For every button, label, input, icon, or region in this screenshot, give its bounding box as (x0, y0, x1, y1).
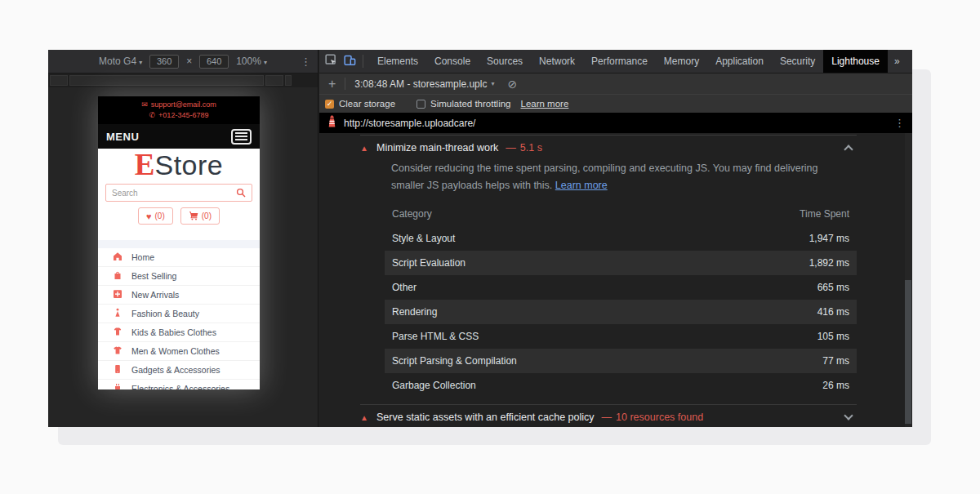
mobile-menu-bar: MENU (98, 124, 260, 149)
divider (360, 404, 857, 405)
more-tabs-icon[interactable]: » (888, 50, 906, 73)
support-phone[interactable]: ✆+012-345-6789 (98, 110, 260, 121)
lighthouse-report-bar: + 3:08:48 AM - storesample.uplc ▾ ⊘ (319, 73, 912, 95)
audit-learn-more-link[interactable]: Learn more (555, 180, 608, 191)
warning-triangle-icon: ▲ (360, 144, 376, 153)
tab-memory[interactable]: Memory (656, 50, 707, 73)
search-box (105, 184, 252, 202)
search-input[interactable] (106, 189, 236, 198)
heart-icon: ♥ (146, 211, 152, 221)
device-height-field[interactable]: 640 (199, 55, 229, 69)
search-icon[interactable] (236, 188, 246, 198)
audit-value: 10 resources found (616, 412, 703, 423)
table-header: Category Time Spent (385, 205, 857, 223)
tab-sources[interactable]: Sources (479, 50, 531, 73)
table-row: Script Parsing & Compilation77 ms (385, 349, 857, 373)
clear-storage-label: Clear storage (339, 99, 395, 109)
chevron-up-icon[interactable] (844, 145, 853, 154)
url-menu-icon[interactable]: ⋮ (894, 117, 905, 129)
audit-value: 5.1 s (520, 142, 542, 154)
baby-clothes-icon (113, 325, 122, 340)
category-column-header: Category (392, 208, 432, 220)
devtools-tabbar: Elements Console Sources Network Perform… (319, 50, 912, 73)
plus-square-icon (113, 287, 122, 302)
new-report-button[interactable]: + (319, 77, 345, 91)
lighthouse-options-bar: ✓ Clear storage Simulated throttling Lea… (319, 95, 912, 113)
hamburger-icon[interactable] (231, 129, 252, 145)
chevron-down-icon[interactable] (844, 411, 853, 420)
divider (345, 78, 345, 90)
wishlist-button[interactable]: ♥ (0) (138, 207, 173, 225)
shop-buttons: ♥ (0) (0) (98, 207, 260, 225)
mobile-nav: Home Best Selling New Arrivals Fashion &… (98, 248, 260, 389)
scrollbar-thumb[interactable] (905, 280, 911, 424)
tab-performance[interactable]: Performance (583, 50, 656, 73)
logo-letter: E (135, 148, 155, 181)
table-row: Parse HTML & CSS105 ms (385, 324, 857, 349)
device-select[interactable]: Moto G4▾ (99, 56, 142, 67)
bag-icon (113, 269, 122, 283)
nav-item-men-women[interactable]: Men & Women Clothes (98, 342, 260, 361)
tab-security[interactable]: Security (772, 50, 823, 73)
device-width-field[interactable]: 360 (149, 55, 179, 69)
device-toolbar: Moto G4▾ 360 × 640 100%▾ ⋮ (48, 50, 318, 73)
cart-icon (189, 211, 198, 222)
tshirt-icon (113, 344, 122, 358)
chevron-down-icon: ▾ (491, 80, 494, 87)
tab-network[interactable]: Network (531, 50, 583, 73)
menu-label: MENU (106, 131, 139, 143)
lighthouse-report-content: ▲ Minimize main-thread work — 5.1 s Cons… (319, 133, 912, 427)
nav-item-best-selling[interactable]: Best Selling (98, 267, 260, 286)
times-label: × (186, 56, 192, 67)
device-toggle-icon[interactable] (344, 54, 356, 69)
support-email[interactable]: ✉support@email.com (98, 100, 260, 110)
divider (363, 55, 363, 68)
table-row: Other665 ms (385, 275, 857, 300)
tab-lighthouse[interactable]: Lighthouse (823, 50, 888, 73)
nav-item-fashion[interactable]: Fashion & Beauty (98, 305, 260, 323)
store-logo[interactable]: EStore (98, 148, 260, 182)
audit-description: Consider reducing the time spent parsing… (391, 160, 849, 194)
devtools-pane: Elements Console Sources Network Perform… (319, 50, 912, 427)
zoom-select[interactable]: 100%▾ (236, 56, 267, 67)
lighthouse-icon (327, 115, 337, 131)
emulated-phone-screen: ✉support@email.com ✆+012-345-6789 MENU E… (98, 96, 260, 389)
tab-console[interactable]: Console (426, 50, 479, 73)
nav-item-kids[interactable]: Kids & Babies Clothes (98, 323, 260, 342)
devtools-window: Moto G4▾ 360 × 640 100%▾ ⋮ ✉support@emai… (48, 50, 912, 427)
device-toolbar-menu-icon[interactable]: ⋮ (301, 56, 311, 68)
report-selector[interactable]: 3:08:48 AM - storesample.uplc (354, 78, 487, 90)
table-row: Rendering416 ms (385, 300, 857, 324)
ruler-segment (50, 75, 68, 86)
chevron-down-icon: ▾ (139, 59, 142, 66)
device-emulation-pane: Moto G4▾ 360 × 640 100%▾ ⋮ ✉support@emai… (48, 50, 318, 427)
table-row: Garbage Collection26 ms (385, 373, 857, 398)
divider (360, 135, 857, 136)
tab-application[interactable]: Application (707, 50, 772, 73)
stage: Moto G4▾ 360 × 640 100%▾ ⋮ ✉support@emai… (0, 0, 980, 494)
nav-item-electronics[interactable]: Electronics & Accessories (98, 380, 260, 389)
audit-minimize-main-thread[interactable]: ▲ Minimize main-thread work — 5.1 s (360, 139, 857, 157)
cart-button[interactable]: (0) (180, 207, 220, 225)
envelope-icon: ✉ (141, 100, 148, 109)
nav-item-new-arrivals[interactable]: New Arrivals (98, 286, 260, 305)
main-thread-table: Style & Layout1,947 ms Script Evaluation… (385, 226, 857, 398)
phone-icon: ✆ (149, 111, 156, 119)
inspect-icon[interactable] (325, 54, 337, 69)
audit-cache-policy[interactable]: ▲ Serve static assets with an efficient … (360, 407, 857, 427)
nav-item-home[interactable]: Home (98, 248, 260, 267)
simulated-throttling-checkbox[interactable] (416, 100, 425, 109)
tab-elements[interactable]: Elements (369, 50, 426, 73)
section-divider (98, 240, 260, 248)
nav-item-gadgets[interactable]: Gadgets & Accessories (98, 361, 260, 380)
throttling-label: Simulated throttling (430, 99, 510, 109)
clear-reports-icon[interactable]: ⊘ (507, 78, 517, 91)
contact-bar: ✉support@email.com ✆+012-345-6789 (98, 96, 260, 124)
throttling-learn-more-link[interactable]: Learn more (521, 99, 569, 109)
logo-text: Store (154, 149, 223, 180)
ruler-segment (69, 75, 264, 86)
ruler-segment (285, 75, 292, 86)
table-row: Script Evaluation1,892 ms (385, 251, 857, 275)
smartphone-icon (113, 363, 122, 377)
clear-storage-checkbox[interactable]: ✓ (325, 100, 334, 109)
